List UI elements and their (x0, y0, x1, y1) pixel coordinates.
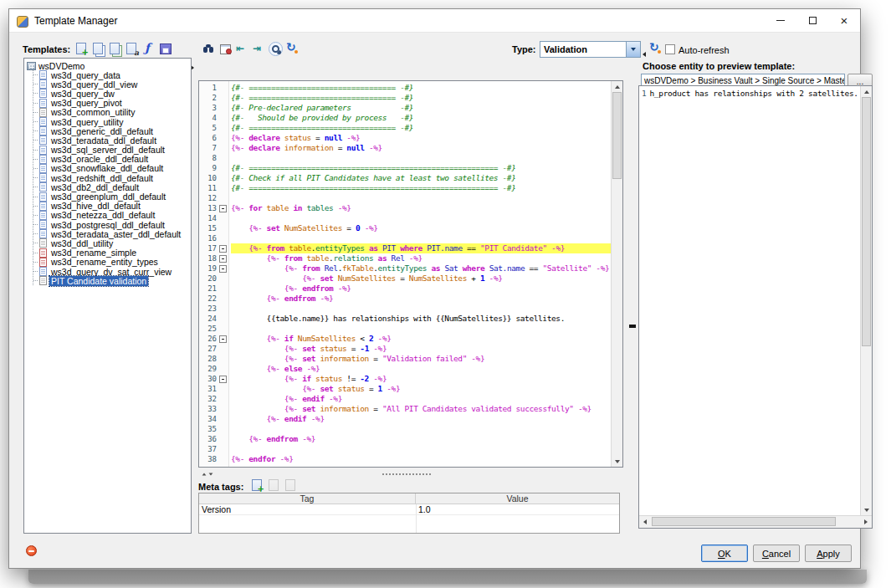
delete-meta-tag-icon[interactable] (284, 478, 298, 492)
tree-item[interactable]: ws3d_query_utility (33, 117, 191, 126)
new-template-icon[interactable] (74, 42, 89, 55)
editor-scroll-arrows-icon[interactable] (202, 473, 213, 476)
titlebar[interactable]: Template Manager × (9, 9, 860, 33)
rename-template-icon[interactable] (125, 42, 139, 55)
tree-item[interactable]: PIT Candidate validation (33, 276, 191, 285)
code-line[interactable]: {#- Should be provided by process -#} (231, 113, 611, 123)
refresh-editor-icon[interactable] (285, 42, 300, 55)
code-line[interactable]: {#- ================================= -#… (231, 93, 611, 103)
paste-template-icon[interactable] (108, 42, 122, 55)
code-line[interactable]: {#- ====================================… (231, 163, 611, 173)
code-line[interactable]: {#- Check if all PIT Candidates have at … (231, 173, 611, 183)
tree-item[interactable]: ws3d_hive_ddl_default (33, 202, 191, 211)
fold-marker-icon[interactable] (217, 376, 228, 383)
type-combobox[interactable]: Validation (540, 41, 641, 58)
code-line[interactable] (231, 193, 611, 203)
code-line[interactable]: {%- from table.relations as Rel -%} (231, 253, 611, 263)
code-line[interactable]: {%- endfrom -%} (231, 294, 611, 304)
tree-item[interactable]: ws3d_teradata_aster_ddl_default (33, 229, 191, 238)
shift-left-icon[interactable] (235, 42, 249, 55)
tree-item[interactable]: ws3d_query_pivot (33, 99, 191, 108)
code-line[interactable]: {#- ================================= -#… (231, 83, 611, 93)
code-line[interactable]: {#- Pre-declared parameters -#} (231, 103, 611, 113)
tree-item[interactable]: ws3d_db2_ddl_default (33, 182, 191, 192)
cancel-button[interactable]: Cancel (753, 545, 800, 562)
tree-item[interactable]: ws3d_query_ddl_view (33, 79, 191, 89)
fold-marker-icon[interactable] (217, 335, 228, 343)
tree-item[interactable]: ws3d_snowflake_ddl_default (33, 164, 191, 173)
preview-horizontal-scrollbar[interactable] (639, 515, 872, 528)
code-line[interactable]: {%- from table.entityTypes as PIT where … (231, 243, 611, 253)
code-line[interactable]: {%- else -%} (231, 364, 611, 374)
code-line[interactable]: {%- declare status = null -%} (231, 133, 611, 143)
preview-scroll-up-icon[interactable] (861, 86, 872, 97)
shift-right-icon[interactable] (252, 42, 266, 55)
preview-output[interactable]: 1h_product has relationships with 2 sate… (639, 86, 860, 515)
edit-meta-tag-icon[interactable] (267, 478, 281, 492)
editor-code[interactable]: {#- ================================= -#… (229, 81, 611, 467)
code-line[interactable]: {%- set status = 1 -%} (231, 384, 611, 394)
meta-column-tag[interactable]: Tag (199, 493, 416, 504)
scroll-down-icon[interactable] (612, 456, 622, 467)
code-line[interactable]: {%- declare information = null -%} (231, 143, 611, 153)
fold-marker-icon[interactable] (217, 255, 228, 263)
code-line[interactable]: {%- set information = "All PIT Candidate… (231, 404, 611, 414)
code-line[interactable]: {%- endif -%} (231, 394, 611, 404)
preview-hscroll-track[interactable] (651, 516, 860, 528)
tree-item[interactable]: ws3d_oracle_ddl_default (33, 155, 191, 164)
code-line[interactable] (231, 233, 611, 243)
center-right-splitter[interactable] (625, 80, 638, 534)
code-line[interactable] (231, 444, 611, 454)
meta-column-value[interactable]: Value (416, 493, 619, 504)
tree-item[interactable]: ws3d_generic_ddl_default (33, 126, 191, 135)
editor-scrollbar-thumb[interactable] (612, 92, 622, 179)
close-icon[interactable]: × (828, 9, 860, 32)
tree-root[interactable]: wsDVDemo (24, 59, 191, 70)
tree-item[interactable]: ws3d_netezza_ddl_default (33, 211, 191, 220)
refresh-preview-icon[interactable] (648, 42, 663, 55)
code-line[interactable]: {%- set status = -1 -%} (231, 344, 611, 354)
code-line[interactable]: {%- endfor -%} (231, 454, 611, 464)
combo-dropdown-icon[interactable] (626, 42, 640, 57)
tree-item[interactable]: ws3d_teradata_ddl_default (33, 135, 191, 145)
preview-scroll-left-icon[interactable] (639, 516, 651, 528)
copy-template-icon[interactable] (91, 42, 105, 55)
code-line[interactable]: {#- ================================= -#… (231, 123, 611, 133)
tree-item[interactable]: ws3d_rename_simple (33, 248, 191, 258)
code-line[interactable] (231, 213, 611, 223)
minimize-icon[interactable] (765, 9, 796, 32)
maximize-icon[interactable] (796, 9, 828, 32)
fold-marker-icon[interactable] (217, 245, 228, 253)
import-template-icon[interactable] (141, 42, 156, 55)
right-splitter-collapse-icon[interactable] (643, 45, 646, 60)
tree-item[interactable]: ws3d_redshift_ddl_default (33, 173, 191, 182)
editor-vertical-scrollbar[interactable] (611, 81, 622, 467)
code-line[interactable] (231, 304, 611, 314)
save-template-icon[interactable] (158, 42, 172, 55)
code-line[interactable]: {%- if status != -2 -%} (231, 374, 611, 384)
find-entity-icon[interactable] (218, 42, 233, 55)
code-line[interactable]: {{table.name}} has relationships with {{… (231, 314, 611, 324)
tree-item[interactable]: ws3d_common_utility (33, 108, 191, 117)
code-line[interactable]: {%- set information = "Validation failed… (231, 354, 611, 364)
tree-item[interactable]: ws3d_query_data (33, 70, 191, 79)
find-icon[interactable] (202, 42, 216, 55)
tree-item[interactable]: ws3d_query_dw (33, 89, 191, 98)
code-line[interactable] (231, 324, 611, 334)
code-line[interactable]: {%- set NumSatellites = 0 -%} (231, 223, 611, 233)
code-line[interactable]: {%- from Rel.fkTable.entityTypes as Sat … (231, 263, 611, 274)
code-line[interactable]: {%- endif -%} (231, 414, 611, 424)
code-line[interactable]: {%- endfrom -%} (231, 284, 611, 294)
tree-item[interactable]: ws3d_ddl_utility (33, 238, 191, 248)
auto-refresh-checkbox[interactable] (665, 44, 675, 54)
add-meta-tag-icon[interactable] (250, 478, 264, 492)
preview-template-icon[interactable] (269, 42, 283, 55)
tree-item[interactable]: ws3d_greenplum_ddl_default (33, 192, 191, 201)
tree-item[interactable]: ws3d_query_dv_sat_curr_view (33, 267, 191, 276)
splitter-handle-icon[interactable] (629, 325, 636, 328)
preview-vertical-scrollbar[interactable] (860, 86, 872, 515)
tree-item[interactable]: ws3d_postgresql_ddl_default (33, 220, 191, 229)
preview-scroll-down-icon[interactable] (861, 504, 872, 515)
splitter-grip[interactable] (382, 473, 431, 475)
code-line[interactable]: {#- ====================================… (231, 183, 611, 193)
